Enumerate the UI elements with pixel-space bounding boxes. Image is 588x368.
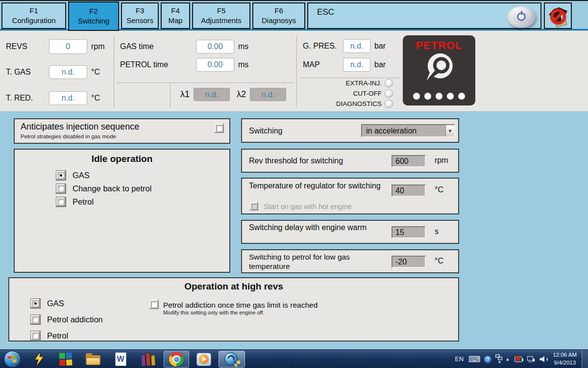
low-gas-temperature-panel: Switching to petrol for low gas temperat… bbox=[241, 249, 459, 273]
tab-label: Sensors bbox=[126, 16, 153, 26]
rev-threshold-field[interactable]: 600 bbox=[392, 155, 426, 167]
low-gas-temperature-unit: °C bbox=[435, 257, 443, 265]
radio-icon[interactable] bbox=[56, 184, 66, 194]
map-value: n.d. bbox=[343, 58, 370, 72]
switching-delay-panel: Switching delay with engine warm 15 s bbox=[241, 220, 459, 244]
high-revs-option-petrol-addiction[interactable]: Petrol addiction bbox=[30, 315, 103, 325]
gas-time-unit: ms bbox=[238, 42, 248, 51]
windows-logo-icon bbox=[8, 355, 17, 363]
application-window: F1 Configuration F2 Switching F3 Sensors… bbox=[0, 0, 588, 368]
show-desktop-button[interactable] bbox=[582, 350, 588, 368]
network-status-icon[interactable] bbox=[527, 356, 535, 362]
taskbar-winrar-button[interactable] bbox=[137, 351, 159, 368]
radio-icon[interactable] bbox=[56, 170, 66, 181]
diagnostics-led-icon bbox=[385, 100, 393, 108]
hidden-icons-arrow[interactable]: ▲ bbox=[505, 357, 510, 362]
tab-key: F3 bbox=[136, 6, 145, 16]
file-explorer-icon bbox=[86, 353, 100, 366]
power-icon-bar bbox=[521, 11, 522, 15]
tab-key: F6 bbox=[274, 6, 283, 16]
switching-mode-panel: Switching in acceleration ▼ bbox=[241, 118, 459, 143]
idle-option-change-back[interactable]: Change back to petrol bbox=[56, 184, 151, 194]
idle-option-gas-label: GAS bbox=[73, 171, 90, 180]
high-revs-option-gas-label: GAS bbox=[47, 299, 64, 308]
anticipates-injection-panel: Anticipates injection sequence Petrol st… bbox=[14, 118, 230, 144]
idle-option-change-back-label: Change back to petrol bbox=[73, 184, 151, 193]
switching-label: Switching bbox=[249, 126, 282, 136]
start-on-gas-hot-engine-checkbox bbox=[250, 202, 258, 210]
petrol-time-unit: ms bbox=[238, 60, 248, 69]
tab-label: Adjustments bbox=[201, 16, 242, 26]
taskbar: W EN ⌨ ? ▼ ▲ bbox=[0, 349, 588, 368]
lambda-row: λ1 n.d. λ2 n.d. bbox=[180, 88, 286, 101]
radio-icon[interactable] bbox=[30, 298, 41, 309]
cut-off-indicator: CUT-OFF bbox=[300, 89, 393, 98]
idle-option-gas[interactable]: GAS bbox=[56, 170, 90, 181]
dropdown-arrow-icon[interactable]: ▼ bbox=[445, 125, 454, 136]
clock-time: 12:06 AM bbox=[553, 351, 577, 359]
taskbar-lightning-app-button[interactable] bbox=[28, 351, 50, 368]
low-gas-temperature-field[interactable]: -20 bbox=[392, 256, 426, 268]
start-on-gas-hot-engine-label: Start on gas with hot engine bbox=[264, 203, 352, 210]
divider bbox=[117, 82, 294, 83]
power-icon-face bbox=[513, 10, 530, 24]
extra-inj-led-icon bbox=[385, 79, 393, 87]
taskbar-chrome-button[interactable] bbox=[164, 351, 189, 368]
fuel-type-display[interactable]: PETROL bbox=[403, 35, 475, 105]
anticipates-checkbox[interactable] bbox=[215, 124, 224, 133]
tab-key: F1 bbox=[29, 6, 38, 16]
petrol-addiction-limit-checkbox[interactable] bbox=[149, 300, 159, 309]
high-revs-option-gas[interactable]: GAS bbox=[30, 298, 64, 309]
low-gas-temperature-value: -20 bbox=[395, 258, 407, 266]
g-pres-unit: bar bbox=[374, 42, 386, 51]
power-status-icon[interactable] bbox=[514, 357, 522, 362]
switching-delay-field[interactable]: 15 bbox=[392, 226, 426, 238]
cut-off-led-icon bbox=[385, 89, 393, 98]
keyboard-icon[interactable]: ⌨ bbox=[468, 354, 481, 364]
taskbar-file-explorer-button[interactable] bbox=[82, 351, 104, 368]
switching-mode-dropdown[interactable]: in acceleration ▼ bbox=[361, 124, 455, 137]
esc-button[interactable]: ESC bbox=[307, 2, 541, 29]
taskbar-media-player-button[interactable] bbox=[193, 351, 215, 368]
switching-delay-unit: s bbox=[435, 227, 439, 236]
uac-shield-icon bbox=[234, 361, 240, 368]
diagnostics-indicator: DIAGNOSTICS bbox=[300, 100, 393, 108]
tab-f4-map[interactable]: F4 Map bbox=[161, 2, 190, 29]
divider bbox=[170, 82, 171, 108]
volume-icon[interactable] bbox=[539, 356, 548, 363]
taskbar-avg-antivirus-button[interactable] bbox=[55, 351, 76, 368]
high-revs-option-petrol[interactable]: Petrol bbox=[30, 331, 68, 341]
clock[interactable]: 12:06 AM 9/4/2013 bbox=[553, 351, 577, 367]
gas-time-label: GAS time bbox=[120, 42, 196, 51]
tab-label: Configuration bbox=[12, 16, 55, 26]
switching-delay-value: 15 bbox=[395, 228, 404, 237]
radio-icon[interactable] bbox=[30, 331, 41, 341]
high-revs-panel: Operation at high revs GAS Petrol addict… bbox=[8, 277, 459, 342]
taskbar-gas-ecu-app-button[interactable] bbox=[219, 351, 245, 368]
lambda1-label: λ1 bbox=[180, 89, 190, 100]
radio-icon[interactable] bbox=[30, 315, 41, 325]
taskbar-word-button[interactable]: W bbox=[110, 351, 131, 368]
radio-icon[interactable] bbox=[56, 197, 66, 207]
language-indicator[interactable]: EN bbox=[455, 356, 464, 363]
regulator-temperature-panel: Temperature of regulator for switching 4… bbox=[241, 178, 459, 214]
communication-disabled-button[interactable] bbox=[544, 2, 572, 29]
window-switcher-icon[interactable]: ▼ bbox=[495, 354, 503, 365]
help-icon[interactable]: ? bbox=[484, 356, 491, 363]
high-revs-title: Operation at high revs bbox=[9, 281, 458, 292]
map-label: MAP bbox=[303, 60, 343, 69]
tab-f5-adjustments[interactable]: F5 Adjustments bbox=[192, 2, 250, 29]
high-revs-option-petrol-label: Petrol bbox=[47, 331, 68, 341]
diagnostics-label: DIAGNOSTICS bbox=[336, 100, 382, 107]
media-player-icon bbox=[196, 353, 211, 366]
start-button[interactable] bbox=[4, 351, 21, 368]
t-gas-unit: °C bbox=[91, 68, 100, 77]
idle-option-petrol-label: Petrol bbox=[73, 197, 94, 207]
g-pres-label: G. PRES. bbox=[303, 42, 343, 51]
tab-f1-configuration[interactable]: F1 Configuration bbox=[1, 2, 66, 29]
idle-option-petrol[interactable]: Petrol bbox=[56, 197, 94, 207]
tab-f6-diagnosys[interactable]: F6 Diagnosys bbox=[252, 2, 305, 29]
tab-f2-switching[interactable]: F2 Switching bbox=[68, 1, 119, 31]
regulator-temperature-field[interactable]: 40 bbox=[392, 184, 426, 197]
tab-f3-sensors[interactable]: F3 Sensors bbox=[121, 2, 159, 29]
